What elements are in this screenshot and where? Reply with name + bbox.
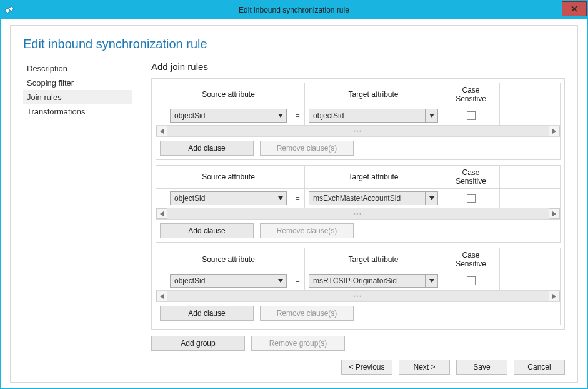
row-pad [500, 271, 560, 290]
source-cell: objectSid [166, 106, 291, 125]
sidebar-item-join-rules[interactable]: Join rules [23, 90, 132, 104]
remove-clause-button[interactable]: Remove clause(s) [260, 306, 354, 321]
header-target: Target attribute [305, 83, 442, 106]
cancel-button[interactable]: Cancel [514, 360, 565, 375]
case-sensitive-checkbox[interactable] [467, 276, 476, 285]
scroll-track[interactable]: ▪▪▪ [167, 208, 549, 219]
dropdown-button[interactable] [425, 192, 437, 205]
target-cell: objectSid [305, 106, 442, 125]
target-attribute-select[interactable]: objectSid [309, 109, 438, 123]
source-attribute-select[interactable]: objectSid [170, 109, 287, 123]
row-select[interactable] [156, 189, 166, 208]
header-source: Source attribute [166, 248, 291, 271]
source-attribute-select[interactable]: objectSid [170, 274, 287, 288]
header-op [291, 248, 305, 271]
clause-buttons: Add clause Remove clause(s) [156, 137, 560, 159]
header-source: Source attribute [166, 166, 291, 188]
join-group: Source attribute Target attribute Case S… [156, 248, 561, 325]
header-pad [500, 83, 560, 106]
scroll-left-button[interactable] [156, 126, 167, 136]
source-cell: objectSid [166, 271, 291, 290]
horizontal-scrollbar[interactable]: ▪▪▪ [156, 208, 560, 220]
dropdown-button[interactable] [274, 192, 286, 205]
page-title: Edit inbound synchronization rule [23, 37, 565, 51]
add-group-button[interactable]: Add group [151, 336, 245, 351]
row-select[interactable] [156, 106, 166, 125]
client-area: Edit inbound synchronization rule Descri… [1, 19, 587, 389]
remove-clause-button[interactable]: Remove clause(s) [260, 223, 354, 238]
add-clause-button[interactable]: Add clause [160, 223, 254, 238]
case-sensitive-cell [442, 189, 500, 208]
scroll-right-button[interactable] [549, 291, 560, 301]
dropdown-button[interactable] [425, 109, 437, 122]
next-button[interactable]: Next > [399, 360, 450, 375]
scroll-left-button[interactable] [156, 291, 167, 301]
remove-clause-button[interactable]: Remove clause(s) [260, 141, 354, 156]
scroll-track[interactable]: ▪▪▪ [167, 126, 549, 136]
clause-buttons: Add clause Remove clause(s) [156, 220, 560, 242]
wizard-steps: Description Scoping filter Join rules Tr… [23, 61, 132, 351]
add-clause-button[interactable]: Add clause [160, 141, 254, 156]
target-attribute-select[interactable]: msRTCSIP-OriginatorSid [309, 274, 438, 288]
header-source: Source attribute [166, 83, 291, 106]
dropdown-button[interactable] [425, 275, 437, 287]
target-cell: msRTCSIP-OriginatorSid [305, 271, 442, 290]
header-select [156, 248, 166, 271]
remove-group-button[interactable]: Remove group(s) [251, 336, 345, 351]
scroll-right-button[interactable] [549, 208, 560, 219]
case-sensitive-cell [442, 271, 500, 290]
grid-header: Source attribute Target attribute Case S… [156, 248, 560, 271]
window-title: Edit inbound synchronization rule [1, 6, 587, 14]
source-attribute-value: objectSid [171, 192, 274, 205]
case-sensitive-checkbox[interactable] [467, 111, 476, 120]
section-title: Add join rules [151, 61, 565, 72]
sidebar-item-scoping-filter[interactable]: Scoping filter [23, 76, 132, 90]
source-cell: objectSid [166, 189, 291, 208]
case-sensitive-cell [442, 106, 500, 125]
group-buttons: Add group Remove group(s) [151, 330, 565, 351]
case-sensitive-checkbox[interactable] [467, 194, 476, 203]
header-target: Target attribute [305, 248, 442, 271]
window: Edit inbound synchronization rule Edit i… [0, 0, 588, 389]
join-groups-container: Source attribute Target attribute Case S… [151, 78, 565, 330]
scroll-right-button[interactable] [549, 126, 560, 136]
clause-row: objectSid = objectSid [156, 106, 560, 126]
operator-cell: = [291, 271, 305, 290]
target-attribute-value: objectSid [309, 109, 425, 122]
clause-row: objectSid = msRTCSIP-OriginatorSid [156, 271, 560, 291]
sidebar-item-transformations[interactable]: Transformations [23, 104, 132, 119]
main-panel: Add join rules Source attribute Target a… [151, 61, 565, 351]
body-layout: Description Scoping filter Join rules Tr… [23, 61, 565, 351]
clause-buttons: Add clause Remove clause(s) [156, 302, 560, 325]
header-case-sensitive: Case Sensitive [442, 83, 500, 106]
clause-row: objectSid = msExchMasterAccountSid [156, 189, 560, 208]
target-cell: msExchMasterAccountSid [305, 189, 442, 208]
close-button[interactable] [562, 1, 587, 16]
header-select [156, 83, 166, 106]
dropdown-button[interactable] [274, 275, 286, 287]
target-attribute-value: msExchMasterAccountSid [309, 192, 425, 205]
target-attribute-value: msRTCSIP-OriginatorSid [309, 275, 425, 287]
title-bar: Edit inbound synchronization rule [1, 1, 587, 19]
source-attribute-value: objectSid [171, 109, 274, 122]
horizontal-scrollbar[interactable]: ▪▪▪ [156, 126, 560, 137]
header-pad [500, 248, 560, 271]
join-group: Source attribute Target attribute Case S… [156, 83, 561, 160]
horizontal-scrollbar[interactable]: ▪▪▪ [156, 291, 560, 302]
save-button[interactable]: Save [456, 360, 507, 375]
header-case-sensitive: Case Sensitive [442, 166, 500, 188]
add-clause-button[interactable]: Add clause [160, 306, 254, 321]
dropdown-button[interactable] [274, 109, 286, 122]
source-attribute-select[interactable]: objectSid [170, 191, 287, 205]
header-op [291, 166, 305, 188]
grid-header: Source attribute Target attribute Case S… [156, 166, 560, 189]
scroll-track[interactable]: ▪▪▪ [167, 291, 549, 301]
scroll-left-button[interactable] [156, 208, 167, 219]
sidebar-item-description[interactable]: Description [23, 61, 132, 76]
header-pad [500, 166, 560, 188]
operator-cell: = [291, 106, 305, 125]
row-select[interactable] [156, 271, 166, 290]
target-attribute-select[interactable]: msExchMasterAccountSid [309, 191, 438, 205]
row-pad [500, 189, 560, 208]
previous-button[interactable]: < Previous [341, 360, 392, 375]
